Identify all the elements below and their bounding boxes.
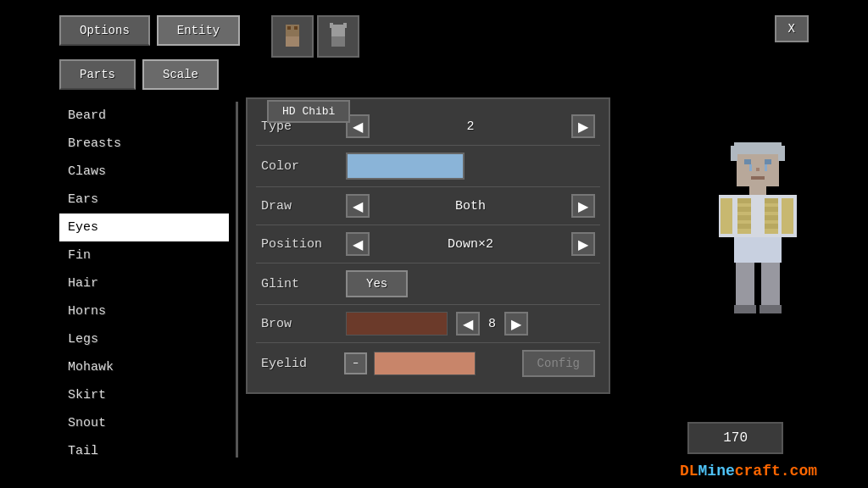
draw-left-arrow[interactable]: ◀ [346, 194, 370, 218]
draw-row: Draw ◀ Both ▶ [248, 187, 609, 225]
position-value: Down×2 [378, 237, 563, 252]
draw-right-arrow[interactable]: ▶ [571, 194, 595, 218]
character-sprite [707, 136, 809, 373]
entity-icon-1[interactable] [271, 15, 314, 58]
svg-rect-35 [736, 263, 754, 309]
svg-rect-5 [331, 36, 345, 47]
part-item-tail[interactable]: Tail [59, 437, 229, 465]
part-item-fin[interactable]: Fin [59, 241, 229, 269]
svg-rect-6 [330, 23, 333, 28]
eyelid-minus-btn[interactable]: – [344, 352, 367, 374]
config-button[interactable]: Config [522, 350, 595, 377]
draw-label: Draw [261, 199, 337, 214]
part-item-snout[interactable]: Snout [59, 409, 229, 437]
svg-rect-17 [751, 176, 765, 180]
close-button[interactable]: X [775, 15, 809, 42]
brow-left-arrow[interactable]: ◀ [456, 312, 480, 336]
part-item-beard[interactable]: Beard [59, 102, 229, 130]
svg-rect-11 [778, 146, 785, 161]
position-right-arrow[interactable]: ▶ [571, 232, 595, 256]
entity-tab[interactable]: Entity [157, 15, 240, 46]
type-dropdown[interactable]: HD Chibi [267, 100, 350, 123]
svg-rect-2 [294, 26, 298, 30]
svg-rect-33 [782, 198, 793, 234]
position-left-arrow[interactable]: ◀ [346, 232, 370, 256]
bottom-value: 170 [687, 422, 783, 454]
svg-rect-37 [734, 305, 756, 313]
glint-label: Glint [261, 277, 337, 291]
part-item-horns[interactable]: Horns [59, 297, 229, 325]
svg-rect-10 [731, 146, 737, 161]
part-item-legs[interactable]: Legs [59, 325, 229, 353]
svg-rect-4 [331, 25, 345, 36]
svg-rect-18 [749, 186, 766, 195]
svg-rect-13 [765, 159, 771, 164]
svg-rect-1 [287, 26, 291, 30]
parts-tab[interactable]: Parts [59, 59, 136, 90]
eyelid-row: Eyelid – Config [248, 343, 609, 384]
color-swatch[interactable] [346, 152, 465, 180]
svg-rect-27 [765, 207, 778, 212]
part-item-claws[interactable]: Claws [59, 158, 229, 186]
color-label: Color [261, 159, 337, 174]
svg-rect-15 [765, 164, 767, 171]
position-row: Position ◀ Down×2 ▶ [248, 225, 609, 263]
scale-tab[interactable]: Scale [142, 59, 219, 90]
brow-right-arrow[interactable]: ▶ [504, 312, 528, 336]
svg-rect-7 [343, 23, 347, 28]
svg-rect-38 [760, 305, 782, 313]
color-row: Color [248, 146, 609, 186]
svg-rect-36 [761, 263, 780, 309]
entity-icon-2[interactable] [317, 15, 359, 58]
glint-row: Glint Yes [248, 263, 609, 304]
brow-label: Brow [261, 317, 337, 331]
draw-value: Both [378, 199, 563, 214]
type-right-arrow[interactable]: ▶ [571, 114, 595, 138]
svg-rect-3 [286, 36, 299, 47]
part-item-mohawk[interactable]: Mohawk [59, 353, 229, 381]
svg-rect-24 [737, 224, 751, 229]
part-item-hair[interactable]: Hair [59, 269, 229, 297]
svg-rect-22 [737, 207, 751, 212]
panel-divider [236, 102, 238, 458]
parts-list: BeardBreastsClawsEarsEyesFinHairHornsLeg… [59, 102, 229, 465]
svg-rect-14 [749, 164, 752, 171]
brow-value: 8 [488, 317, 496, 331]
brow-swatch[interactable] [346, 312, 448, 336]
svg-rect-28 [765, 215, 778, 220]
svg-rect-26 [765, 198, 778, 203]
svg-rect-16 [756, 168, 760, 171]
part-item-eyes[interactable]: Eyes [59, 214, 229, 241]
svg-rect-23 [737, 215, 751, 220]
config-panel: Type ◀ 2 ▶ Color Draw ◀ Both ▶ Position … [246, 97, 610, 394]
svg-rect-29 [765, 224, 778, 229]
part-item-skirt[interactable]: Skirt [59, 381, 229, 409]
svg-rect-34 [734, 237, 782, 263]
brow-row: Brow ◀ 8 ▶ [248, 305, 609, 342]
part-item-breasts[interactable]: Breasts [59, 130, 229, 158]
position-label: Position [261, 237, 337, 252]
glint-toggle[interactable]: Yes [346, 270, 408, 297]
svg-rect-12 [744, 159, 751, 164]
options-tab[interactable]: Options [59, 15, 150, 46]
watermark: DLMinecraft.com [680, 463, 817, 480]
svg-rect-21 [737, 198, 751, 203]
eyelid-swatch[interactable] [374, 352, 476, 375]
part-item-ears[interactable]: Ears [59, 186, 229, 214]
svg-rect-31 [721, 198, 732, 234]
svg-rect-9 [734, 142, 782, 154]
type-value: 2 [378, 119, 563, 134]
character-preview [690, 119, 826, 390]
eyelid-label: Eyelid [261, 357, 337, 371]
